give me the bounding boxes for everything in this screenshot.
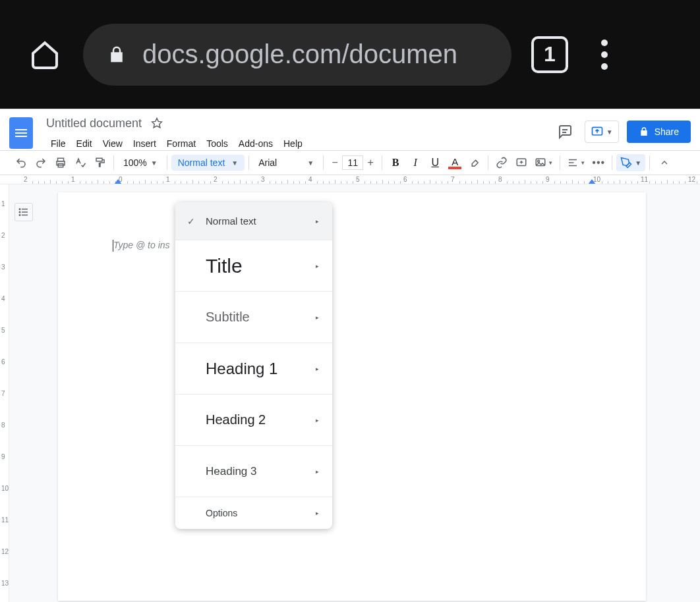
submenu-caret-icon: ▸ <box>316 417 319 424</box>
collapse-toolbar-icon[interactable] <box>659 157 670 168</box>
menu-file[interactable]: File <box>46 136 71 151</box>
style-option-normal-text[interactable]: ✓Normal text▸ <box>175 202 332 240</box>
svg-point-20 <box>19 211 20 213</box>
svg-point-21 <box>19 215 20 216</box>
caret-down-icon: ▼ <box>151 159 158 167</box>
insert-link-icon[interactable] <box>492 153 511 172</box>
paint-format-icon[interactable] <box>91 153 109 172</box>
submenu-caret-icon: ▸ <box>316 468 319 475</box>
url-text: docs.google.com/documen <box>142 40 457 69</box>
svg-point-12 <box>538 160 540 162</box>
editing-mode-button[interactable]: ▼ <box>616 154 645 171</box>
lock-icon <box>107 43 127 66</box>
vertical-ruler[interactable]: 12345678910111213 <box>0 184 9 602</box>
browser-chrome: docs.google.com/documen 1 <box>0 0 700 109</box>
style-option-label: Subtitle <box>206 310 316 325</box>
more-icon[interactable]: ••• <box>589 153 608 172</box>
doc-title[interactable]: Untitled document <box>46 117 142 130</box>
font-size-group: − + <box>328 155 378 171</box>
style-option-label: Heading 2 <box>206 412 316 427</box>
submenu-caret-icon: ▸ <box>316 218 319 225</box>
decrease-font-size-button[interactable]: − <box>328 155 342 171</box>
docs-logo-icon[interactable] <box>9 117 33 149</box>
menu-format[interactable]: Format <box>162 136 200 151</box>
browser-menu-icon[interactable] <box>588 40 621 70</box>
menu-add-ons[interactable]: Add-ons <box>234 136 277 151</box>
highlight-icon[interactable] <box>465 153 484 172</box>
text-style-dropdown: ✓Normal text▸Title▸Subtitle▸Heading 1▸He… <box>175 202 332 529</box>
menu-insert[interactable]: Insert <box>129 136 161 151</box>
share-button[interactable]: Share <box>627 121 691 143</box>
docs-app: Untitled document FileEditViewInsertForm… <box>0 109 700 602</box>
font-family-select[interactable]: Arial ▼ <box>253 155 319 171</box>
add-comment-icon[interactable] <box>512 153 531 172</box>
style-option-subtitle[interactable]: Subtitle▸ <box>175 292 332 343</box>
svg-point-19 <box>19 209 20 210</box>
style-option-heading-1[interactable]: Heading 1▸ <box>175 343 332 395</box>
insert-image-icon[interactable]: ▼ <box>532 153 556 172</box>
docs-header: Untitled document FileEditViewInsertForm… <box>0 109 700 150</box>
print-icon[interactable] <box>51 153 70 172</box>
tab-count-button[interactable]: 1 <box>531 36 568 73</box>
increase-font-size-button[interactable]: + <box>363 155 378 171</box>
canvas-area: 12345678910111213 Type @ to ins ✓Normal … <box>0 184 700 602</box>
caret-down-icon: ▼ <box>231 159 238 167</box>
align-icon[interactable]: ▼ <box>564 153 588 172</box>
check-icon: ✓ <box>187 216 195 227</box>
undo-icon[interactable] <box>12 153 30 172</box>
text-style-select[interactable]: Normal text ▼ <box>171 155 245 171</box>
svg-rect-7 <box>96 158 102 161</box>
style-option-title[interactable]: Title▸ <box>175 240 332 292</box>
present-button[interactable]: ▼ <box>585 121 619 143</box>
horizontal-ruler[interactable]: 21012345678910111213141516171819 <box>0 175 700 184</box>
url-bar[interactable]: docs.google.com/documen <box>83 24 511 86</box>
zoom-select[interactable]: 100% ▼ <box>118 157 163 168</box>
style-option-heading-3[interactable]: Heading 3▸ <box>175 446 332 497</box>
toolbar: 100% ▼ Normal text ▼ Arial ▼ − + B I U A <box>0 150 700 175</box>
document-page[interactable]: Type @ to ins <box>58 192 646 601</box>
menu-bar: FileEditViewInsertFormatToolsAdd-onsHelp <box>46 136 553 151</box>
submenu-caret-icon: ▸ <box>316 314 319 321</box>
underline-icon[interactable]: U <box>426 153 444 172</box>
style-option-label: Title <box>206 255 316 277</box>
menu-help[interactable]: Help <box>279 136 307 151</box>
submenu-caret-icon: ▸ <box>316 510 319 516</box>
menu-edit[interactable]: Edit <box>72 136 97 151</box>
star-icon[interactable] <box>151 117 163 129</box>
comments-icon[interactable] <box>553 120 577 144</box>
left-indent-marker[interactable] <box>114 179 122 184</box>
style-option-label: Heading 1 <box>206 360 316 378</box>
right-indent-marker[interactable] <box>588 179 596 184</box>
font-size-input[interactable] <box>342 155 363 170</box>
submenu-caret-icon: ▸ <box>316 263 319 269</box>
italic-icon[interactable]: I <box>406 153 424 172</box>
text-color-icon[interactable]: A <box>446 153 464 172</box>
bold-icon[interactable]: B <box>386 153 405 172</box>
spellcheck-icon[interactable] <box>71 153 90 172</box>
submenu-caret-icon: ▸ <box>316 366 319 372</box>
style-option-options[interactable]: Options▸ <box>175 497 332 529</box>
style-option-label: Options <box>206 508 316 518</box>
svg-marker-0 <box>152 119 162 128</box>
caret-down-icon: ▼ <box>307 159 314 167</box>
menu-view[interactable]: View <box>98 136 127 151</box>
home-icon[interactable] <box>26 36 63 73</box>
menu-tools[interactable]: Tools <box>202 136 233 151</box>
style-option-label: Heading 3 <box>206 465 316 478</box>
redo-icon[interactable] <box>32 153 50 172</box>
style-option-label: Normal text <box>206 215 316 227</box>
outline-toggle-icon[interactable] <box>15 203 33 221</box>
style-option-heading-2[interactable]: Heading 2▸ <box>175 395 332 446</box>
